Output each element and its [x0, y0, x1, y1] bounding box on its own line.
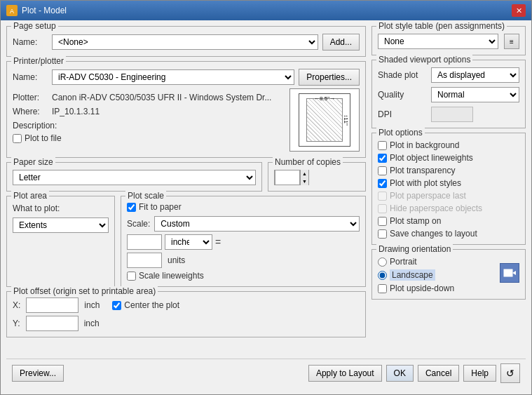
plot-with-plot-styles-checkbox[interactable] — [378, 179, 387, 188]
scale-value2[interactable]: 1.671 — [127, 253, 162, 268]
dialog-content: Page setup Name: <None> Add... Printer/p… — [1, 20, 531, 394]
plot-offset-group: Plot offset (origin set to printable are… — [6, 291, 366, 337]
x-unit: inch — [84, 300, 100, 310]
y-input[interactable]: 0.737146 — [26, 316, 79, 331]
copies-down[interactable]: ▼ — [300, 178, 308, 185]
scale-label: Scale: — [127, 219, 150, 229]
where-value: IP_10.1.3.11 — [52, 107, 100, 116]
app-icon: A — [6, 5, 18, 16]
copies-up[interactable]: ▲ — [300, 170, 308, 178]
scale-lineweights-label: Scale lineweights — [139, 271, 204, 281]
preview-dim-side: ↕11" — [343, 114, 349, 126]
plotter-label: Plotter: — [13, 93, 48, 102]
plotter-value: Canon iR-ADV C5030/5035 UFR II - Windows… — [52, 93, 285, 102]
dpi-label: DPI — [378, 109, 427, 119]
copies-input[interactable]: 1 — [275, 170, 300, 185]
plot-in-background-checkbox[interactable] — [378, 141, 387, 150]
plot-upside-down-checkbox[interactable] — [378, 284, 387, 293]
right-buttons: Apply to Layout OK Cancel Help ↺ — [308, 363, 520, 383]
copies-spinner[interactable]: 1 ▲ ▼ — [274, 170, 309, 185]
y-label: Y: — [13, 319, 20, 328]
save-changes-checkbox[interactable] — [378, 229, 387, 239]
landscape-radio[interactable] — [378, 271, 387, 280]
where-label: Where: — [13, 107, 48, 116]
add-button[interactable]: Add... — [322, 34, 360, 51]
plot-options-group: Plot options Plot in background Plot obj… — [371, 133, 526, 245]
svg-rect-2 — [504, 269, 512, 276]
plot-offset-label: Plot offset (origin set to printable are… — [11, 286, 158, 296]
svg-text:A: A — [10, 8, 14, 15]
plot-transparency-checkbox[interactable] — [378, 166, 387, 175]
ok-button[interactable]: OK — [386, 365, 414, 382]
landscape-label: Landscape — [390, 269, 435, 281]
titlebar: A Plot - Model ✕ — [1, 1, 531, 20]
plot-paperspace-last-checkbox[interactable] — [378, 192, 387, 201]
what-to-plot-select[interactable]: Extents — [13, 217, 109, 233]
help-icon-button[interactable]: ↺ — [500, 363, 520, 383]
preview-button[interactable]: Preview... — [12, 365, 64, 382]
shade-plot-select[interactable]: As displayed — [431, 67, 519, 83]
plot-object-lineweights-checkbox[interactable] — [378, 154, 387, 163]
plot-area-label: Plot area — [11, 191, 49, 201]
fit-to-paper-label: Fit to paper — [139, 202, 182, 212]
description-label: Description: — [13, 121, 57, 130]
plot-in-background-label: Plot in background — [390, 140, 459, 150]
unit2-label: units — [168, 255, 185, 265]
plot-scale-group: Plot scale Fit to paper Scale: Custom — [121, 196, 366, 287]
help-button[interactable]: Help — [463, 365, 496, 382]
hide-paperspace-objects-checkbox[interactable] — [378, 204, 387, 213]
plot-area-group: Plot area What to plot: Extents — [6, 196, 115, 287]
properties-button[interactable]: Properties... — [299, 69, 360, 86]
portrait-label: Portrait — [390, 257, 417, 267]
orientation-icon[interactable] — [500, 263, 519, 283]
save-changes-label: Save changes to layout — [390, 229, 477, 239]
plot-style-label: Plot style table (pen assignments) — [376, 21, 507, 31]
page-setup-select[interactable]: <None> — [52, 34, 318, 50]
center-checkbox[interactable] — [112, 301, 121, 310]
plot-style-select[interactable]: None — [378, 34, 498, 49]
main-area: Page setup Name: <None> Add... Printer/p… — [6, 26, 526, 354]
hide-paperspace-objects-label: Hide paperspace objects — [390, 203, 482, 213]
plot-to-file-checkbox[interactable] — [13, 134, 22, 143]
plot-stamp-on-checkbox[interactable] — [378, 217, 387, 226]
scale-value1[interactable]: 1 — [127, 234, 162, 250]
name-label: Name: — [13, 37, 48, 47]
plot-scale-label: Plot scale — [125, 191, 166, 201]
paper-size-select[interactable]: Letter — [13, 170, 256, 185]
apply-to-layout-button[interactable]: Apply to Layout — [308, 365, 382, 382]
fit-to-paper-checkbox[interactable] — [127, 203, 136, 212]
shade-plot-label: Shade plot — [378, 70, 427, 80]
close-button[interactable]: ✕ — [512, 4, 526, 17]
dpi-input: 300 — [431, 107, 473, 122]
plot-transparency-label: Plot transparency — [390, 166, 455, 175]
quality-label: Quality — [378, 90, 427, 100]
scale-select[interactable]: Custom — [154, 216, 360, 232]
equals-sign: = — [215, 236, 221, 248]
x-label: X: — [13, 300, 20, 310]
left-panel: Page setup Name: <None> Add... Printer/p… — [6, 26, 366, 354]
printer-plotter-group: Printer/plotter Name: iR-ADV C5030 - Eng… — [6, 61, 366, 158]
paper-preview: ←8.5"→ ↕11" — [289, 88, 360, 152]
paper-size-label: Paper size — [11, 157, 55, 167]
x-input[interactable]: 0.000000 — [26, 297, 79, 313]
plot-with-plot-styles-label: Plot with plot styles — [390, 178, 461, 188]
center-label: Center the plot — [124, 300, 179, 310]
unit1-select[interactable]: inches mm — [165, 234, 212, 250]
right-panel: Plot style table (pen assignments) None … — [371, 26, 526, 354]
dialog-title: Plot - Model — [22, 6, 67, 15]
plotter-name-label: Name: — [13, 72, 48, 82]
shaded-viewport-label: Shaded viewport options — [376, 55, 472, 65]
copies-group: Number of copies 1 ▲ ▼ — [268, 162, 366, 192]
printer-plotter-label: Printer/plotter — [11, 56, 66, 66]
portrait-radio[interactable] — [378, 257, 387, 267]
drawing-orientation-label: Drawing orientation — [376, 244, 453, 254]
preview-hatch — [306, 98, 343, 142]
drawing-orientation-group: Drawing orientation Portrait Landscape — [371, 249, 526, 300]
plotter-select[interactable]: iR-ADV C5030 - Engineering — [52, 69, 294, 85]
table-btn[interactable]: ≡ — [504, 34, 519, 49]
cancel-button[interactable]: Cancel — [418, 365, 459, 382]
shaded-viewport-group: Shaded viewport options Shade plot As di… — [371, 60, 526, 128]
plotter-name-row: Name: iR-ADV C5030 - Engineering Propert… — [13, 69, 360, 86]
quality-select[interactable]: Normal — [431, 87, 519, 102]
scale-lineweights-checkbox[interactable] — [127, 272, 136, 281]
